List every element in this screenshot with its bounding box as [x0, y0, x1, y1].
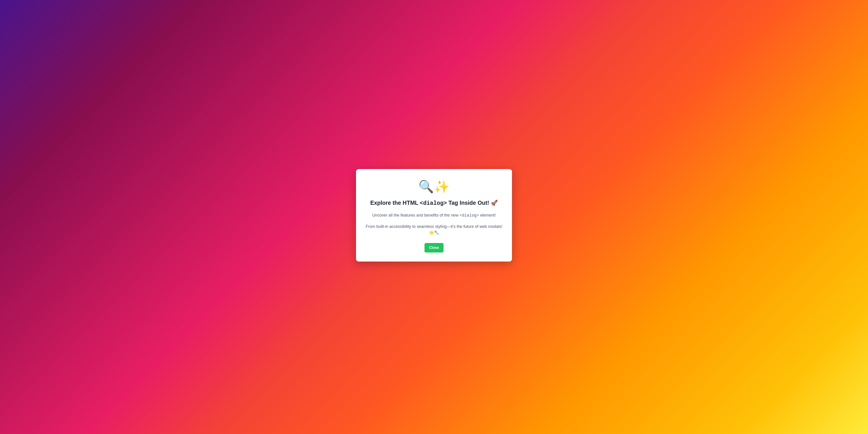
body1-code: <dialog>	[460, 213, 479, 218]
dialog-body-line-1: Uncover all the features and benefits of…	[365, 212, 503, 219]
body1-suffix: element!	[479, 213, 496, 217]
title-text-suffix: Tag Inside Out! 🚀	[447, 199, 498, 206]
body1-prefix: Uncover all the features and benefits of…	[372, 213, 460, 217]
close-button[interactable]: Close	[425, 243, 443, 252]
title-text-prefix: Explore the HTML	[370, 199, 420, 206]
dialog-modal: 🔍✨ Explore the HTML <dialog> Tag Inside …	[356, 169, 512, 261]
dialog-header-icons: 🔍✨	[365, 180, 503, 193]
dialog-title: Explore the HTML <dialog> Tag Inside Out…	[365, 199, 503, 207]
dialog-body-line-2: From built-in accessibility to seamless …	[365, 223, 503, 236]
title-code: <dialog>	[420, 200, 447, 207]
